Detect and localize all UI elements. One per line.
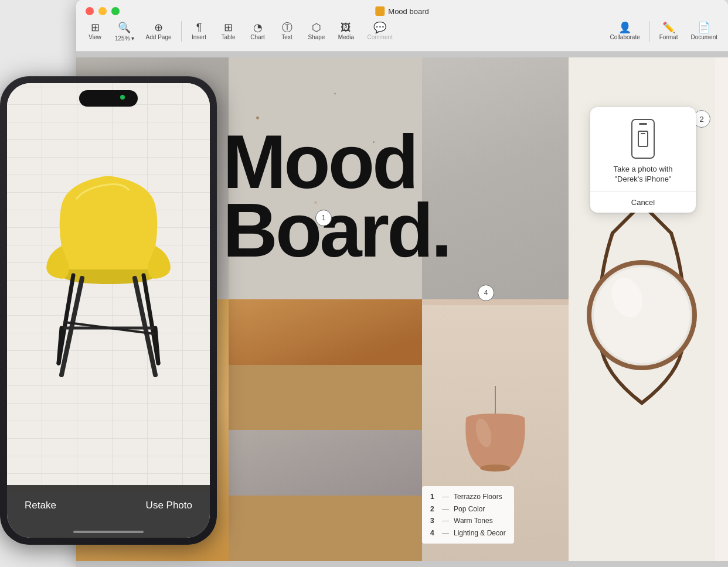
chair-image xyxy=(7,83,210,491)
collaborate-button[interactable]: 👤 Collaborate xyxy=(604,20,646,43)
toolbar-separator-2 xyxy=(649,21,650,42)
document-button[interactable]: 📄 Document xyxy=(685,20,723,43)
popup-title: Take a photo with"Derek's iPhone" xyxy=(613,165,672,185)
iphone-photo-area xyxy=(7,83,210,491)
close-button[interactable] xyxy=(86,7,94,15)
comment-button[interactable]: 💬 Comment xyxy=(361,20,398,43)
table-label: Table xyxy=(222,34,236,40)
format-label: Format xyxy=(659,34,678,40)
svg-point-9 xyxy=(594,267,690,363)
table-button[interactable]: ⊞ Table xyxy=(215,20,243,43)
list-item-4: 4 — Lighting & Decor xyxy=(430,527,506,539)
svg-line-18 xyxy=(59,328,62,363)
insert-button[interactable]: ¶ Insert xyxy=(185,20,213,43)
page-badge-1: 1 xyxy=(315,210,332,226)
collaborate-icon: 👤 xyxy=(618,22,631,33)
maximize-button[interactable] xyxy=(111,7,120,15)
chair-svg xyxy=(26,152,190,422)
cancel-button[interactable]: Cancel xyxy=(590,192,696,213)
popup-top: Take a photo with"Derek's iPhone" xyxy=(590,107,696,192)
svg-rect-0 xyxy=(377,8,383,14)
mirror-svg xyxy=(583,198,700,421)
view-button[interactable]: ⊞ View xyxy=(81,20,109,43)
add-page-icon: ⊕ xyxy=(154,22,163,33)
shape-icon: ⬡ xyxy=(312,22,321,33)
camera-indicator xyxy=(120,95,125,100)
lamp-svg xyxy=(457,386,533,491)
iphone-screen: Retake Use Photo xyxy=(7,83,210,538)
zoom-label: 125% ▾ xyxy=(115,35,134,42)
insert-label: Insert xyxy=(192,34,206,40)
media-label: Media xyxy=(338,34,354,40)
items-list: 1 — Terrazzo Floors 2 — Pop Color 3 — Wa… xyxy=(422,486,514,544)
add-page-label: Add Page xyxy=(146,34,172,40)
collaborate-label: Collaborate xyxy=(610,34,640,40)
retake-button[interactable]: Retake xyxy=(25,500,56,511)
minimize-button[interactable] xyxy=(98,7,107,15)
zoom-icon: 🔍 xyxy=(118,21,131,34)
list-item-3: 3 — Warm Tones xyxy=(430,515,506,527)
text-icon: Ⓣ xyxy=(282,22,292,33)
view-label: View xyxy=(89,34,101,40)
insert-icon: ¶ xyxy=(196,22,202,33)
page-badge-4: 4 xyxy=(478,285,494,301)
zoom-control[interactable]: 🔍 125% ▾ xyxy=(110,19,139,44)
top-center-image xyxy=(229,57,422,299)
home-indicator xyxy=(73,531,144,533)
add-page-button[interactable]: ⊕ Add Page xyxy=(140,20,178,43)
document-icon: 📄 xyxy=(698,22,710,33)
text-label: Text xyxy=(281,34,292,40)
text-button[interactable]: Ⓣ Text xyxy=(273,20,301,43)
toolbar-separator-1 xyxy=(181,21,182,42)
titlebar-top: Mood board xyxy=(76,0,728,18)
shape-label: Shape xyxy=(308,34,325,40)
traffic-lights[interactable] xyxy=(86,7,120,15)
svg-line-19 xyxy=(155,328,158,363)
table-icon: ⊞ xyxy=(224,22,233,33)
format-icon: ✏️ xyxy=(662,22,675,33)
format-button[interactable]: ✏️ Format xyxy=(654,20,684,43)
iphone-device: Retake Use Photo xyxy=(0,76,217,545)
iphone-body: Retake Use Photo xyxy=(0,76,217,545)
iphone-bottom-bar: Retake Use Photo xyxy=(7,485,210,538)
view-icon: ⊞ xyxy=(91,22,100,33)
list-item-2: 2 — Pop Color xyxy=(430,503,506,515)
media-button[interactable]: 🖼 Media xyxy=(332,20,360,43)
document-label: Document xyxy=(690,34,717,40)
svg-point-3 xyxy=(480,464,511,472)
comment-icon: 💬 xyxy=(373,22,386,33)
toolbar: ⊞ View 🔍 125% ▾ ⊕ Add Page ¶ Insert xyxy=(76,18,728,47)
titlebar: Mood board ⊞ View 🔍 125% ▾ ⊕ Add Page xyxy=(76,0,728,52)
app-icon xyxy=(375,6,385,16)
comment-label: Comment xyxy=(367,34,392,40)
phone-icon xyxy=(631,119,655,159)
shape-button[interactable]: ⬡ Shape xyxy=(302,20,331,43)
media-icon: 🖼 xyxy=(341,22,351,33)
use-photo-button[interactable]: Use Photo xyxy=(146,500,192,511)
window-title: Mood board xyxy=(375,6,428,16)
bottom-center-image xyxy=(229,299,422,561)
window-title-text: Mood board xyxy=(388,7,428,16)
chart-icon: ◔ xyxy=(253,22,263,33)
chart-label: Chart xyxy=(250,34,264,40)
iphone-photo-popup: Take a photo with"Derek's iPhone" Cancel xyxy=(590,107,696,213)
list-item-1: 1 — Terrazzo Floors xyxy=(430,491,506,503)
dynamic-island xyxy=(79,90,138,107)
chart-button[interactable]: ◔ Chart xyxy=(244,20,272,43)
